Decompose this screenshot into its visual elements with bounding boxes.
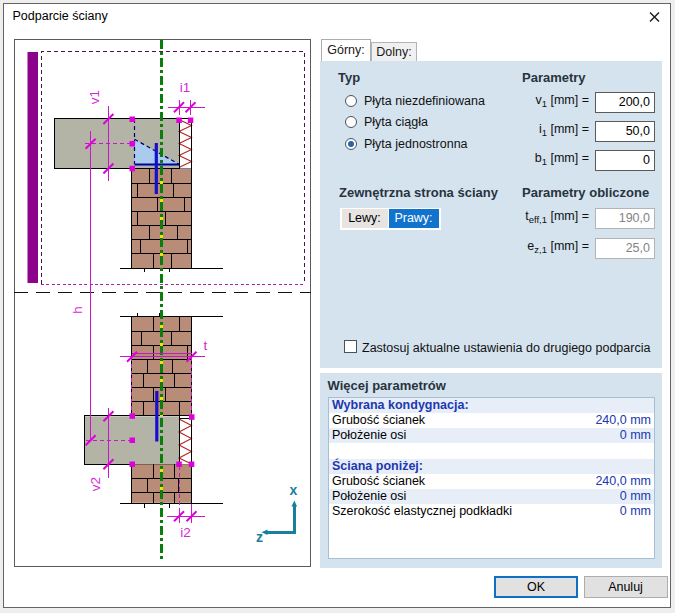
svg-text:t: t <box>204 338 208 353</box>
svg-text:h: h <box>70 306 85 314</box>
svg-text:v2: v2 <box>88 477 103 491</box>
svg-text:x: x <box>290 482 298 498</box>
svg-text:i2: i2 <box>180 525 191 540</box>
svg-text:v1: v1 <box>87 90 102 104</box>
svg-text:z: z <box>256 529 263 545</box>
svg-text:i1: i1 <box>180 80 191 95</box>
